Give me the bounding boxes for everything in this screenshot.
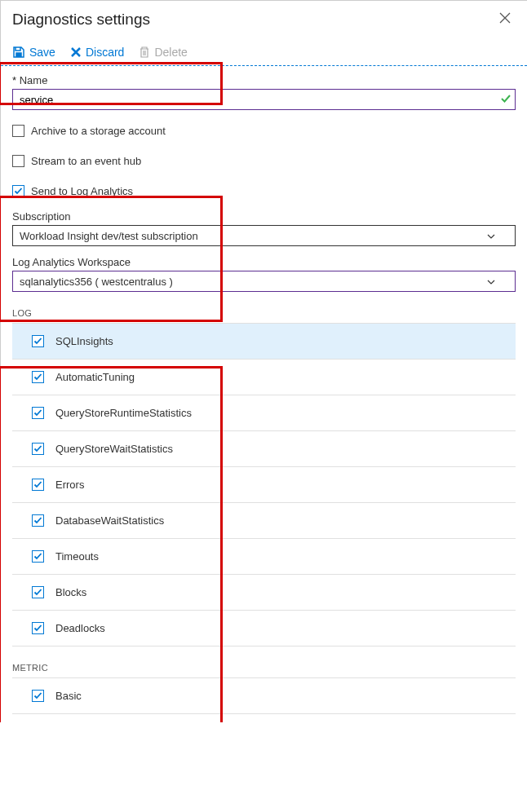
svg-rect-0: [16, 53, 21, 57]
archive-checkbox-row[interactable]: Archive to a storage account: [12, 125, 516, 137]
name-input[interactable]: [12, 89, 516, 110]
item-label: Blocks: [55, 586, 86, 598]
metric-category-header: METRIC: [12, 663, 516, 677]
item-label: QueryStoreRuntimeStatistics: [55, 407, 192, 419]
log-analytics-checkbox-row[interactable]: Send to Log Analytics: [12, 185, 516, 197]
list-item[interactable]: Deadlocks: [12, 611, 516, 647]
list-item[interactable]: SQLInsights: [12, 324, 516, 360]
log-analytics-label: Send to Log Analytics: [31, 185, 133, 197]
discard-label: Discard: [86, 46, 124, 59]
item-checkbox[interactable]: [32, 479, 44, 491]
delete-icon: [139, 46, 150, 59]
name-label-text: Name: [20, 74, 48, 86]
list-item[interactable]: DatabaseWaitStatistics: [12, 503, 516, 539]
item-checkbox[interactable]: [32, 514, 44, 527]
item-label: DatabaseWaitStatistics: [55, 514, 164, 527]
list-item[interactable]: Errors: [12, 467, 516, 503]
log-analytics-checkbox[interactable]: [12, 185, 24, 197]
delete-button: Delete: [139, 46, 187, 59]
discard-icon: [70, 46, 82, 58]
subscription-value: Workload Insight dev/test subscription: [20, 230, 198, 242]
valid-check-icon: [501, 93, 511, 106]
panel-title: Diagnostics settings: [12, 11, 150, 29]
item-label: Deadlocks: [55, 622, 105, 634]
close-icon: [499, 12, 511, 24]
archive-label: Archive to a storage account: [31, 125, 166, 137]
item-checkbox[interactable]: [32, 371, 44, 383]
item-checkbox[interactable]: [32, 407, 44, 419]
chevron-down-icon: [487, 276, 495, 286]
item-checkbox[interactable]: [32, 586, 44, 598]
name-label: * Name: [12, 74, 516, 89]
item-checkbox[interactable]: [32, 443, 44, 455]
list-item[interactable]: Blocks: [12, 575, 516, 611]
item-label: SQLInsights: [55, 335, 113, 347]
item-checkbox[interactable]: [32, 622, 44, 634]
item-label: QueryStoreWaitStatistics: [55, 443, 173, 455]
save-label: Save: [29, 46, 55, 59]
save-button[interactable]: Save: [12, 46, 55, 59]
item-label: Basic: [55, 690, 82, 702]
item-label: AutomaticTuning: [55, 371, 135, 383]
close-button[interactable]: [494, 9, 516, 29]
save-icon: [12, 46, 25, 59]
event-hub-label: Stream to an event hub: [31, 155, 141, 167]
discard-button[interactable]: Discard: [70, 46, 124, 59]
workspace-label: Log Analytics Workspace: [12, 256, 516, 268]
item-label: Timeouts: [55, 550, 99, 563]
event-hub-checkbox-row[interactable]: Stream to an event hub: [12, 155, 516, 167]
subscription-select[interactable]: Workload Insight dev/test subscription: [12, 225, 516, 246]
list-item[interactable]: QueryStoreRuntimeStatistics: [12, 395, 516, 431]
workspace-select[interactable]: sqlanalytics356 ( westcentralus ): [12, 271, 516, 292]
log-category-header: LOG: [12, 308, 516, 323]
chevron-down-icon: [487, 231, 495, 241]
item-checkbox[interactable]: [32, 690, 44, 702]
workspace-value: sqlanalytics356 ( westcentralus ): [20, 276, 173, 288]
list-item[interactable]: Basic: [12, 678, 516, 714]
delete-label: Delete: [154, 46, 187, 59]
subscription-label: Subscription: [12, 210, 516, 223]
list-item[interactable]: QueryStoreWaitStatistics: [12, 431, 516, 467]
list-item[interactable]: AutomaticTuning: [12, 360, 516, 395]
item-label: Errors: [55, 479, 84, 491]
event-hub-checkbox[interactable]: [12, 155, 24, 167]
item-checkbox[interactable]: [32, 335, 44, 347]
list-item[interactable]: Timeouts: [12, 539, 516, 575]
item-checkbox[interactable]: [32, 550, 44, 563]
archive-checkbox[interactable]: [12, 125, 24, 137]
